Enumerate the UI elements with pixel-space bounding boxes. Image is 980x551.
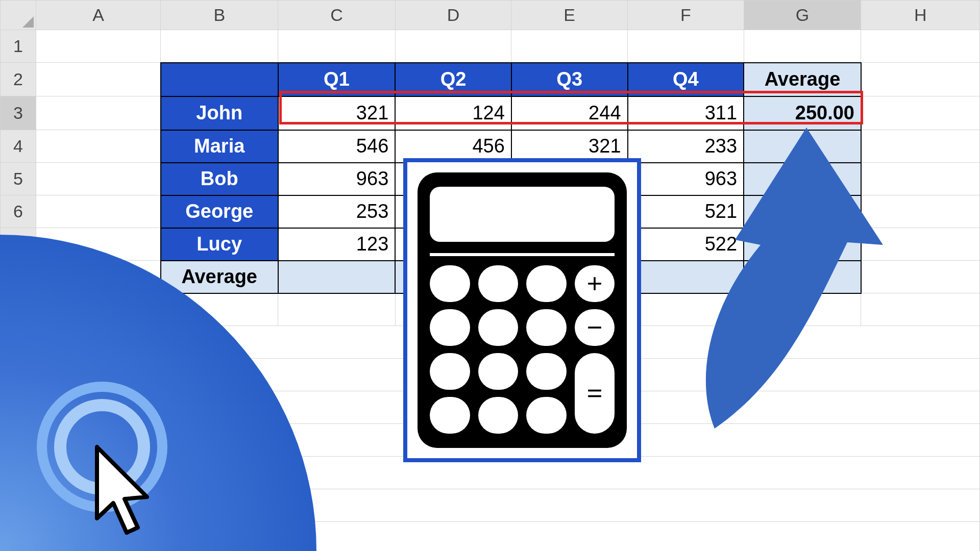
cell-C8[interactable]	[278, 261, 396, 293]
cell-A1[interactable]	[36, 30, 160, 63]
calc-key	[478, 265, 519, 302]
cell-G1[interactable]	[744, 30, 861, 63]
row-header-6[interactable]: 6	[1, 195, 36, 228]
cell-E3[interactable]: 244	[511, 96, 628, 130]
calc-key	[430, 397, 470, 434]
cell-G8[interactable]	[744, 261, 861, 293]
calc-key	[526, 397, 567, 434]
calc-key	[430, 309, 470, 346]
cell-B1[interactable]	[161, 30, 278, 63]
svg-rect-2	[588, 395, 601, 397]
cell-F6[interactable]: 521	[628, 195, 744, 228]
cell-F1[interactable]	[628, 30, 744, 63]
cell-B2[interactable]	[161, 63, 278, 96]
calculator-screen	[430, 187, 615, 242]
cell-H6[interactable]	[861, 195, 980, 228]
cell-H7[interactable]	[861, 228, 980, 261]
cell-G2[interactable]: Average	[744, 63, 861, 96]
row-header-1[interactable]: 1	[1, 30, 36, 63]
cursor-icon	[87, 442, 163, 546]
cell-A2[interactable]	[36, 63, 160, 96]
cell-F8[interactable]	[628, 261, 744, 293]
cell-F4[interactable]: 233	[628, 130, 744, 163]
calc-key	[430, 265, 470, 302]
cell-E4[interactable]: 321	[511, 130, 628, 163]
calc-key	[478, 309, 519, 346]
svg-rect-0	[588, 327, 601, 329]
calc-key	[526, 309, 567, 346]
cell-A3[interactable]	[36, 96, 160, 130]
cell-G3[interactable]: 250.00	[744, 96, 861, 130]
cell-B6[interactable]: George	[161, 195, 278, 228]
cell-D2[interactable]: Q2	[395, 63, 511, 96]
cell-C5[interactable]: 963	[278, 163, 396, 195]
calc-key	[526, 353, 567, 390]
calculator-icon	[403, 158, 641, 462]
calc-key	[526, 265, 567, 302]
cell-H5[interactable]	[861, 163, 980, 195]
cell-A5[interactable]	[36, 163, 160, 195]
cell-H9[interactable]	[861, 293, 980, 326]
calc-key-equals	[575, 353, 615, 434]
row-header-4[interactable]: 4	[1, 130, 36, 163]
calc-key	[478, 397, 519, 434]
cell-H8[interactable]	[861, 261, 980, 293]
col-header-F[interactable]: F	[628, 1, 744, 30]
cell-F7[interactable]: 522	[628, 228, 744, 261]
cell-A4[interactable]	[36, 130, 160, 163]
cell-C6[interactable]: 253	[278, 195, 396, 228]
cell-H3[interactable]	[861, 96, 980, 130]
cell-B3[interactable]: John	[161, 96, 278, 130]
cell-C4[interactable]: 546	[278, 130, 396, 163]
cell-F2[interactable]: Q4	[628, 63, 744, 96]
cell-G9[interactable]	[744, 293, 861, 326]
col-header-G[interactable]: G	[744, 1, 861, 30]
cell-B8[interactable]: Average	[161, 261, 278, 293]
cell-A6[interactable]	[36, 195, 160, 228]
cell-F9[interactable]	[628, 293, 744, 326]
row-header-3[interactable]: 3	[1, 96, 36, 130]
cell-H2[interactable]	[861, 63, 980, 96]
cell-D3[interactable]: 124	[395, 96, 511, 130]
cell-B7[interactable]: Lucy	[161, 228, 278, 261]
cell-C7[interactable]: 123	[278, 228, 396, 261]
svg-rect-1	[588, 390, 601, 392]
cell-C2[interactable]: Q1	[278, 63, 396, 96]
cell-D1[interactable]	[395, 30, 511, 63]
row-header-2[interactable]: 2	[1, 63, 36, 96]
cell-G5[interactable]	[744, 163, 861, 195]
calc-key	[478, 353, 519, 390]
col-header-E[interactable]: E	[511, 1, 628, 30]
col-header-H[interactable]: H	[861, 1, 980, 30]
cell-H4[interactable]	[861, 130, 980, 163]
cell-H1[interactable]	[861, 30, 980, 63]
cell-G7[interactable]	[744, 228, 861, 261]
col-header-A[interactable]: A	[36, 1, 160, 30]
cell-C1[interactable]	[278, 30, 396, 63]
calc-key-plus	[575, 265, 615, 302]
cell-F3[interactable]: 311	[628, 96, 744, 130]
cell-C9[interactable]	[278, 293, 396, 326]
row-header-5[interactable]: 5	[1, 163, 36, 195]
select-all-corner[interactable]	[1, 1, 36, 30]
cell-B4[interactable]: Maria	[161, 130, 278, 163]
cell-B5[interactable]: Bob	[161, 163, 278, 195]
col-header-B[interactable]: B	[161, 1, 278, 30]
col-header-C[interactable]: C	[278, 1, 396, 30]
calc-key-minus	[575, 309, 615, 346]
calc-key	[430, 353, 470, 390]
cell-C3[interactable]: 321	[278, 96, 396, 130]
cell-E1[interactable]	[511, 30, 628, 63]
cell-G6[interactable]	[744, 195, 861, 228]
col-header-D[interactable]: D	[395, 1, 511, 30]
cell-F5[interactable]: 963	[628, 163, 744, 195]
cell-G4[interactable]	[744, 130, 861, 163]
cell-D4[interactable]: 456	[395, 130, 511, 163]
cell-E2[interactable]: Q3	[511, 63, 628, 96]
